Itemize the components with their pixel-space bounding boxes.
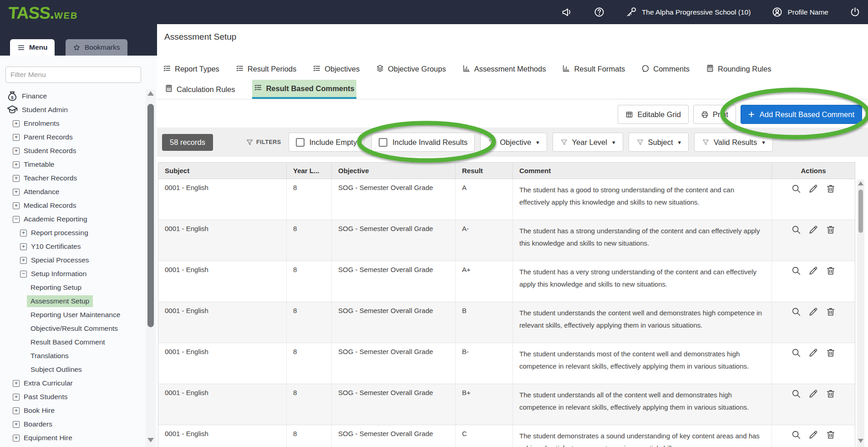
sidebar-item-subject-outlines[interactable]: Subject Outlines xyxy=(0,363,145,376)
tab-assessment-methods[interactable]: Assessment Methods xyxy=(462,64,546,74)
edit-icon[interactable] xyxy=(808,266,818,302)
checkbox-include-invalid-results[interactable]: Include Invalid Results xyxy=(371,133,475,152)
search-icon[interactable] xyxy=(791,225,801,261)
edit-icon[interactable] xyxy=(808,184,818,220)
expand-icon[interactable]: + xyxy=(13,435,20,442)
tab-comments[interactable]: Comments xyxy=(641,64,690,74)
sidebar-item-book-hire[interactable]: +Book Hire xyxy=(0,404,145,417)
sidebar-item-medical-records[interactable]: +Medical Records xyxy=(0,199,145,212)
sidebar-item-extra-curricular[interactable]: +Extra Curricular xyxy=(0,376,145,390)
tab-objective-groups[interactable]: Objective Groups xyxy=(376,64,446,74)
megaphone-icon[interactable] xyxy=(561,6,573,18)
sidebar-item-result-based-comment[interactable]: Result Based Comment xyxy=(0,335,145,349)
scroll-up-icon[interactable] xyxy=(147,91,154,96)
expand-icon[interactable]: + xyxy=(13,161,20,168)
delete-icon[interactable] xyxy=(826,184,836,220)
sidebar-item-reporting-user-maintenance[interactable]: Reporting User Maintenance xyxy=(0,308,145,322)
sidebar-item-report-processing[interactable]: +Report processing xyxy=(0,226,145,240)
sidebar-item-past-students[interactable]: +Past Students xyxy=(0,390,145,404)
expand-icon[interactable]: + xyxy=(20,230,27,236)
profile-menu[interactable]: Profile Name xyxy=(772,6,828,18)
edit-icon[interactable] xyxy=(808,430,818,447)
sidebar-item-teacher-records[interactable]: +Teacher Records xyxy=(0,171,145,185)
expand-icon[interactable]: + xyxy=(13,394,20,401)
search-icon[interactable] xyxy=(791,184,801,220)
print-button[interactable]: Print xyxy=(693,105,736,124)
tab-objectives[interactable]: Objectives xyxy=(313,64,360,74)
table-scrollbar-thumb[interactable] xyxy=(858,190,863,233)
delete-icon[interactable] xyxy=(826,348,836,384)
expand-icon[interactable]: + xyxy=(13,407,20,414)
expand-icon[interactable]: + xyxy=(13,120,20,127)
dropdown-subject[interactable]: Subject▾ xyxy=(629,133,689,152)
edit-icon[interactable] xyxy=(808,389,818,425)
expand-icon[interactable]: + xyxy=(13,189,20,195)
expand-icon[interactable]: + xyxy=(13,202,20,209)
delete-icon[interactable] xyxy=(826,389,836,425)
menu-tab[interactable]: Menu xyxy=(10,39,55,56)
sidebar-item-academic-reporting[interactable]: −Academic Reporting xyxy=(0,212,145,226)
delete-icon[interactable] xyxy=(826,430,836,447)
search-icon[interactable] xyxy=(791,348,801,384)
school-selector[interactable]: The Alpha Progressive School (10) xyxy=(626,6,751,18)
add-result-based-comment-button[interactable]: + Add Result Based Comment xyxy=(741,105,862,124)
sidebar-scrollbar-thumb[interactable] xyxy=(147,104,154,327)
tab-result-formats[interactable]: Result Formats xyxy=(562,64,625,74)
scroll-down-icon[interactable] xyxy=(147,438,154,442)
tab-calculation-rules[interactable]: Calculation Rules xyxy=(163,80,237,99)
sidebar-item-boarders[interactable]: +Boarders xyxy=(0,417,145,431)
table-scrollbar[interactable] xyxy=(857,180,864,447)
filter-menu-input[interactable] xyxy=(5,67,141,83)
sidebar-item-student-records[interactable]: +Student Records xyxy=(0,144,145,158)
search-icon[interactable] xyxy=(791,389,801,425)
power-icon[interactable] xyxy=(849,6,861,18)
sidebar-item-y10-certificates[interactable]: +Y10 Certificates xyxy=(0,240,145,253)
delete-icon[interactable] xyxy=(826,225,836,261)
dropdown-objective[interactable]: Objective▾ xyxy=(480,133,547,152)
sidebar-item-equipment-hire[interactable]: +Equipment Hire xyxy=(0,431,145,445)
sidebar-item-special-processes[interactable]: +Special Processes xyxy=(0,253,145,267)
editable-grid-button[interactable]: Editable Grid xyxy=(618,105,688,124)
expand-icon[interactable]: + xyxy=(13,134,20,141)
sidebar-item-timetable[interactable]: +Timetable xyxy=(0,158,145,171)
edit-icon[interactable] xyxy=(808,307,818,343)
search-icon[interactable] xyxy=(791,430,801,447)
checkbox-icon[interactable] xyxy=(379,138,387,147)
sidebar-item-finance[interactable]: $Finance xyxy=(0,89,145,103)
sidebar-item-assessment-setup[interactable]: Assessment Setup xyxy=(0,294,145,308)
tab-result-periods[interactable]: Result Periods xyxy=(236,64,296,74)
scroll-up-icon[interactable] xyxy=(858,181,863,185)
sidebar-item-enrolments[interactable]: +Enrolments xyxy=(0,117,145,130)
dropdown-valid-results[interactable]: Valid Results▾ xyxy=(694,133,773,152)
sidebar-item-attendance[interactable]: +Attendance xyxy=(0,185,145,199)
collapse-icon[interactable]: − xyxy=(20,271,27,277)
checkbox-icon[interactable] xyxy=(296,138,305,147)
edit-icon[interactable] xyxy=(808,225,818,261)
expand-icon[interactable]: + xyxy=(13,421,20,428)
dropdown-year-level[interactable]: Year Level▾ xyxy=(553,133,623,152)
sidebar-item-setup-information[interactable]: −Setup Information xyxy=(0,267,145,281)
collapse-icon[interactable]: − xyxy=(13,216,20,223)
tab-report-types[interactable]: Report Types xyxy=(163,64,219,74)
expand-icon[interactable]: + xyxy=(20,243,27,250)
sidebar-item-translations[interactable]: Translations xyxy=(0,349,145,363)
tab-rounding-rules[interactable]: Rounding Rules xyxy=(706,64,771,74)
search-icon[interactable] xyxy=(791,266,801,302)
bookmarks-tab[interactable]: Bookmarks xyxy=(66,39,127,56)
expand-icon[interactable]: + xyxy=(13,148,20,154)
expand-icon[interactable]: + xyxy=(13,175,20,182)
tab-result-based-comments[interactable]: Result Based Comments xyxy=(252,80,356,99)
help-icon[interactable] xyxy=(594,6,605,18)
sidebar-item-parent-records[interactable]: +Parent Records xyxy=(0,130,145,144)
edit-icon[interactable] xyxy=(808,348,818,384)
sidebar-item-reporting-setup[interactable]: Reporting Setup xyxy=(0,281,145,294)
expand-icon[interactable]: + xyxy=(20,257,27,264)
sidebar-item-student-admin[interactable]: Student Admin xyxy=(0,103,145,117)
checkbox-include-empty[interactable]: Include Empty xyxy=(289,133,365,152)
sidebar-scrollbar[interactable] xyxy=(146,89,156,447)
sidebar-item-objective-result-comments[interactable]: Objective/Result Comments xyxy=(0,322,145,335)
delete-icon[interactable] xyxy=(826,266,836,302)
expand-icon[interactable]: + xyxy=(13,380,20,387)
delete-icon[interactable] xyxy=(826,307,836,343)
search-icon[interactable] xyxy=(791,307,801,343)
